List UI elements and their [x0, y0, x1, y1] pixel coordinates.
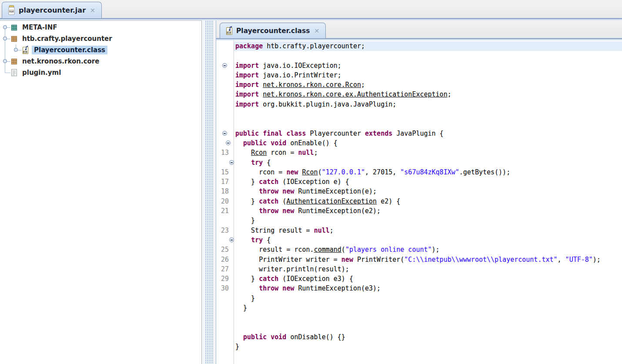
code-line-20: 23 String result = null; [216, 226, 622, 235]
code-line-21: try { [216, 235, 622, 245]
code-line-text: try { [234, 158, 622, 167]
line-number [216, 323, 234, 332]
code-line-text [234, 323, 622, 332]
code-text: ; [330, 227, 334, 234]
code-keyword: catch [259, 197, 278, 205]
code-link[interactable]: net.kronos.rkon.core.Rcon [263, 81, 361, 89]
line-number [216, 41, 234, 51]
tab-playercounter-jar[interactable]: 010 playercounter.jar ✕ [2, 2, 102, 18]
code-line-1: package htb.crafty.playercounter; [216, 41, 622, 51]
svg-text:010: 010 [10, 10, 13, 13]
code-link[interactable]: Rcon [251, 149, 267, 157]
yml-file-icon [11, 69, 17, 77]
tab-playercounter-class[interactable]: 010 Playercounter.class ✕ [220, 23, 326, 38]
line-number: 26 [216, 255, 234, 264]
code-line-text: PrintWriter writer = new PrintWriter("C:… [234, 255, 622, 264]
line-number: 25 [216, 245, 234, 254]
code-link[interactable]: AuthenticationException [286, 197, 377, 205]
code-line-text: throw new RuntimeException(e3); [234, 284, 622, 293]
line-number [216, 70, 234, 80]
code-keyword: catch [259, 275, 278, 283]
code-line-29 [216, 313, 622, 322]
code-line-text: } [234, 294, 622, 303]
code-keyword: package [235, 42, 263, 50]
gutter-separator [234, 40, 234, 364]
code-text: } [235, 294, 255, 302]
code-text: , [558, 256, 565, 264]
tab-label: playercounter.jar [19, 6, 86, 14]
code-line-text [234, 51, 622, 60]
line-number: 21 [216, 206, 234, 216]
code-text: { [263, 159, 271, 167]
expand-toggle-icon[interactable] [3, 59, 7, 63]
code-text: result = rcon. [235, 246, 314, 254]
tree-item-meta-inf[interactable]: META-INF [0, 22, 201, 33]
code-text [235, 159, 251, 167]
code-text: e2) { [377, 197, 400, 205]
line-number: 29 [216, 274, 234, 284]
package-icon [11, 58, 17, 65]
code-text: ); [593, 256, 601, 264]
code-text [235, 207, 259, 215]
code-text: java.io.PrintWriter; [259, 71, 341, 79]
line-number: 23 [216, 226, 234, 235]
code-string: "C:\\inetpub\\wwwroot\\playercount.txt" [404, 256, 557, 264]
code-line-text: public final class Playercounter extends… [234, 129, 622, 138]
tree-item-htb-crafty-playercounter[interactable]: htb.crafty.playercounter [0, 33, 201, 44]
code-keyword: public final class [235, 130, 306, 137]
code-keyword: throw new [259, 284, 294, 292]
code-line-text: } catch (AuthenticationException e2) { [234, 197, 622, 206]
close-icon[interactable]: ✕ [89, 7, 96, 14]
tree-item-net-kronos-rkon-core[interactable]: net.kronos.rkon.core [0, 56, 201, 67]
line-number: 30 [216, 284, 234, 293]
collapse-icon[interactable] [229, 160, 234, 165]
code-line-13: try { [216, 158, 622, 167]
code-line-text: try { [234, 235, 622, 245]
code-line-9 [216, 119, 622, 128]
code-text: PrintWriter( [353, 256, 404, 264]
code-line-text: throw new RuntimeException(e2); [234, 206, 622, 216]
expand-toggle-icon[interactable] [3, 25, 7, 29]
archive-tree-panel: META-INFhtb.crafty.playercounter010Playe… [0, 20, 201, 364]
code-text: , 27015, [365, 168, 400, 176]
code-keyword: try [251, 236, 263, 244]
code-keyword: null [298, 149, 314, 157]
code-text [298, 168, 302, 176]
code-text: ; [448, 90, 451, 98]
code-line-text: rcon = new Rcon("127.0.0.1", 27015, "s67… [234, 167, 622, 177]
code-line-text: import java.io.PrintWriter; [234, 70, 622, 80]
code-text: PrintWriter writer = [235, 256, 341, 264]
code-text [235, 139, 243, 147]
expand-toggle-icon[interactable] [3, 37, 7, 40]
code-text: String result = [235, 227, 314, 234]
code-keyword: new [286, 168, 298, 176]
code-line-text: result = rcon.command("players online co… [234, 245, 622, 254]
code-keyword: import [235, 81, 259, 89]
code-editor[interactable]: package htb.crafty.playercounter;import … [216, 40, 622, 364]
code-text: .getBytes()); [459, 168, 510, 176]
line-number: 17 [216, 177, 234, 187]
code-link[interactable]: Rcon [302, 168, 318, 176]
code-line-text: Rcon rcon = null; [234, 148, 622, 157]
code-line-text: import net.kronos.rkon.core.Rcon; [234, 80, 622, 90]
code-line-17: 20 } catch (AuthenticationException e2) … [216, 197, 622, 206]
leaf-knob-icon[interactable] [14, 48, 18, 52]
code-text: } [235, 304, 247, 312]
close-icon[interactable]: ✕ [313, 27, 320, 34]
code-line-16: 18 throw new RuntimeException(e); [216, 187, 622, 196]
code-keyword: import [235, 62, 259, 70]
code-line-text: String result = null; [234, 226, 622, 235]
line-number: 20 [216, 197, 234, 206]
splitter-handle[interactable] [201, 20, 216, 364]
code-link[interactable]: command [314, 246, 341, 254]
code-text: } [235, 178, 259, 186]
tree-item-plugin-yml[interactable]: plugin.yml [0, 67, 201, 78]
code-keyword: throw new [259, 187, 294, 195]
code-text: onDisable() {} [286, 333, 345, 341]
code-line-12: 13 Rcon rcon = null; [216, 148, 622, 157]
code-line-19: } [216, 216, 622, 225]
code-text [235, 149, 251, 157]
code-link[interactable]: net.kronos.rkon.core.ex.AuthenticationEx… [263, 90, 447, 98]
tree-item-playercounter-class[interactable]: 010Playercounter.class [0, 44, 201, 56]
line-number [216, 51, 234, 60]
